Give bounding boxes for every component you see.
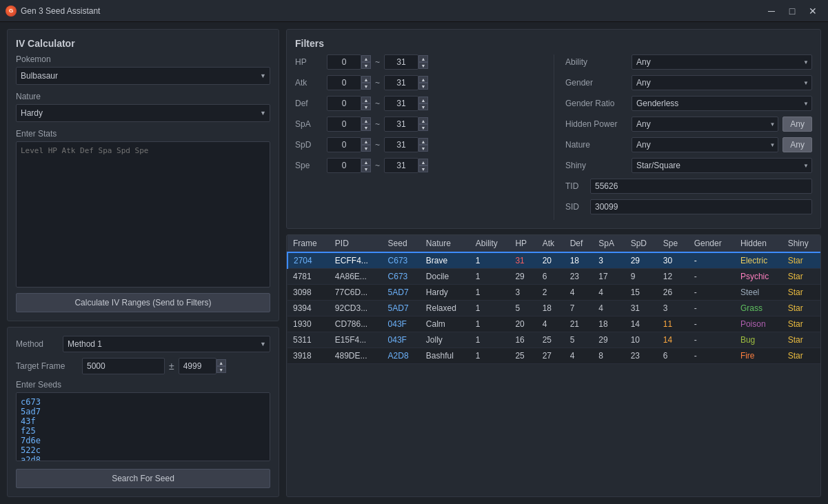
cell-frame: 3918 bbox=[287, 348, 330, 364]
filter-spe-row: Spe ▲ ▼ ~ ▲ bbox=[295, 158, 543, 173]
cell-hp: 31 bbox=[509, 252, 536, 269]
search-for-seed-button[interactable]: Search For Seed bbox=[16, 469, 270, 488]
cell-hidden: Steel bbox=[735, 285, 782, 301]
def-min-input[interactable] bbox=[327, 96, 361, 111]
cell-shiny: Star bbox=[782, 269, 820, 285]
atk-max-up[interactable]: ▲ bbox=[418, 76, 428, 83]
hp-min-down[interactable]: ▼ bbox=[361, 62, 371, 69]
cell-pid: 92CD3... bbox=[330, 301, 383, 316]
cell-spe: 14 bbox=[658, 332, 689, 348]
spa-max-input[interactable] bbox=[384, 117, 418, 132]
atk-max-down[interactable]: ▼ bbox=[418, 83, 428, 90]
spd-max-up[interactable]: ▲ bbox=[418, 138, 428, 145]
spd-min-up[interactable]: ▲ bbox=[361, 138, 371, 145]
method-select[interactable]: Method 1 bbox=[63, 336, 270, 352]
filter-gender-row: Gender Any bbox=[565, 75, 812, 90]
hp-min-up[interactable]: ▲ bbox=[361, 55, 371, 62]
spe-min-down[interactable]: ▼ bbox=[361, 165, 371, 172]
spa-min-down[interactable]: ▼ bbox=[361, 124, 371, 131]
spa-min-input[interactable] bbox=[327, 117, 361, 132]
def-max-down[interactable]: ▼ bbox=[418, 103, 428, 110]
seeds-textarea[interactable]: c673 5ad7 43f f25 7d6e 522c a2d8 bbox=[16, 392, 270, 461]
target-frame-input[interactable] bbox=[82, 358, 165, 374]
spa-min-up[interactable]: ▲ bbox=[361, 117, 371, 124]
table-row[interactable]: 2704ECFF4...C673Brave131201832930-Electr… bbox=[287, 252, 820, 269]
cell-pid: ECFF4... bbox=[330, 252, 383, 269]
method-row: Method Method 1 bbox=[16, 336, 270, 352]
spd-min-input[interactable] bbox=[327, 137, 361, 152]
spd-max-down[interactable]: ▼ bbox=[418, 145, 428, 152]
nature-filter-select[interactable]: Any bbox=[632, 137, 778, 152]
col-hidden: Hidden bbox=[735, 235, 782, 252]
cell-ability: 1 bbox=[470, 316, 510, 332]
spe-max-up[interactable]: ▲ bbox=[418, 159, 428, 165]
atk-max-input[interactable] bbox=[384, 75, 418, 90]
table-row[interactable]: 5311E15F4...043FJolly116255291014-BugSta… bbox=[287, 332, 820, 348]
calc-button[interactable]: Calculate IV Ranges (Send to Filters) bbox=[16, 293, 270, 312]
gender-select[interactable]: Any bbox=[632, 75, 812, 90]
window-controls: ─ □ ✕ bbox=[762, 3, 822, 19]
stats-textarea[interactable] bbox=[16, 141, 270, 288]
spa-max-up[interactable]: ▲ bbox=[418, 117, 428, 124]
frame-range-input[interactable] bbox=[179, 358, 216, 374]
sid-input[interactable] bbox=[590, 199, 812, 214]
hidden-power-select[interactable]: Any bbox=[632, 117, 778, 132]
atk-min-down[interactable]: ▼ bbox=[361, 83, 371, 90]
col-spe: Spe bbox=[658, 235, 689, 252]
results-table: Frame PID Seed Nature Ability HP Atk Def… bbox=[287, 235, 820, 364]
cell-atk: 25 bbox=[537, 332, 565, 348]
nature-any-button[interactable]: Any bbox=[782, 137, 812, 152]
hp-max-down[interactable]: ▼ bbox=[418, 62, 428, 69]
table-row[interactable]: 1930CD786...043FCalm120421181411-PoisonS… bbox=[287, 316, 820, 332]
hp-max-input[interactable] bbox=[384, 54, 418, 70]
cell-hidden: Psychic bbox=[735, 269, 782, 285]
def-min-up[interactable]: ▲ bbox=[361, 97, 371, 103]
cell-def: 5 bbox=[565, 332, 594, 348]
filter-gender-label: Gender bbox=[565, 78, 627, 88]
minimize-button[interactable]: ─ bbox=[762, 3, 781, 19]
col-atk: Atk bbox=[537, 235, 565, 252]
atk-min-input[interactable] bbox=[327, 75, 361, 90]
spe-min-up[interactable]: ▲ bbox=[361, 159, 371, 165]
hp-min-spin: ▲ ▼ bbox=[327, 54, 371, 70]
table-row[interactable]: 3918489DE...A2D8Bashful1252748236-FireSt… bbox=[287, 348, 820, 364]
ability-select[interactable]: Any bbox=[632, 54, 812, 70]
gender-ratio-select[interactable]: Genderless bbox=[632, 96, 812, 111]
table-row[interactable]: 939492CD3...5AD7Relaxed151874313-GrassSt… bbox=[287, 301, 820, 316]
spd-min-down[interactable]: ▼ bbox=[361, 145, 371, 152]
table-row[interactable]: 47814A86E...C673Docile12962317912-Psychi… bbox=[287, 269, 820, 285]
filter-shiny-label: Shiny bbox=[565, 161, 627, 170]
spa-max-down[interactable]: ▼ bbox=[418, 124, 428, 131]
spe-max-input[interactable] bbox=[384, 158, 418, 173]
def-max-up[interactable]: ▲ bbox=[418, 97, 428, 103]
frame-range-up[interactable]: ▲ bbox=[216, 359, 226, 366]
def-max-input[interactable] bbox=[384, 96, 418, 111]
tid-input[interactable] bbox=[590, 179, 812, 194]
filter-tid-label: TID bbox=[565, 181, 586, 191]
nature-select[interactable]: Hardy bbox=[16, 104, 270, 122]
cell-seed: A2D8 bbox=[383, 348, 421, 364]
frame-range-down[interactable]: ▼ bbox=[216, 366, 226, 373]
filter-spa-label: SpA bbox=[295, 119, 323, 129]
def-min-down[interactable]: ▼ bbox=[361, 103, 371, 110]
atk-min-up[interactable]: ▲ bbox=[361, 76, 371, 83]
spd-max-input[interactable] bbox=[384, 137, 418, 152]
close-button[interactable]: ✕ bbox=[803, 3, 822, 19]
maximize-button[interactable]: □ bbox=[782, 3, 802, 19]
spe-min-input[interactable] bbox=[327, 158, 361, 173]
hp-max-up[interactable]: ▲ bbox=[418, 55, 428, 62]
cell-def: 7 bbox=[565, 301, 594, 316]
cell-seed: 5AD7 bbox=[383, 301, 421, 316]
cell-gender: - bbox=[689, 252, 735, 269]
shiny-select[interactable]: Star/Square bbox=[632, 158, 812, 173]
hp-min-input[interactable] bbox=[327, 54, 361, 70]
gender-ratio-select-wrapper: Genderless bbox=[632, 96, 812, 111]
table-body: 2704ECFF4...C673Brave131201832930-Electr… bbox=[287, 252, 820, 364]
cell-hp: 29 bbox=[509, 269, 536, 285]
nature-filter-select-wrapper: Any bbox=[632, 137, 778, 152]
table-row[interactable]: 309877C6D...5AD7Hardy132441526-SteelStar bbox=[287, 285, 820, 301]
spe-max-down[interactable]: ▼ bbox=[418, 165, 428, 172]
pokemon-label: Pokemon bbox=[16, 54, 270, 64]
hidden-power-any-button[interactable]: Any bbox=[782, 117, 812, 132]
pokemon-select[interactable]: Bulbasaur bbox=[16, 67, 270, 85]
